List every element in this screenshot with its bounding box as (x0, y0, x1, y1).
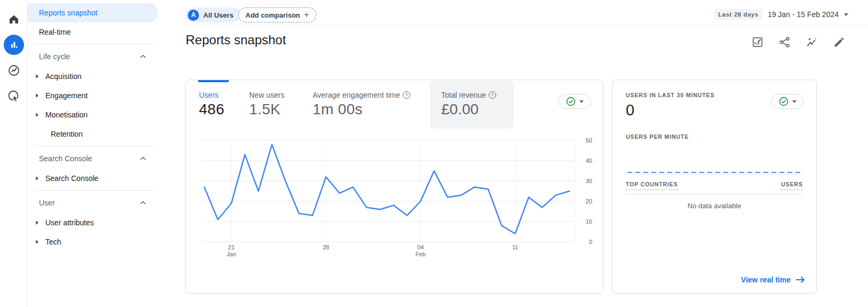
chevron-up-icon (140, 201, 146, 205)
svg-text:11: 11 (512, 244, 518, 250)
realtime-users-value: 0 (626, 101, 634, 119)
svg-text:30: 30 (586, 178, 592, 184)
date-range-value: 19 Jan - 15 Feb 2024 (768, 10, 839, 19)
metric-value: 486 (199, 101, 225, 118)
users-column-header[interactable]: USERS (781, 181, 803, 190)
all-users-chip[interactable]: A All Users (186, 7, 241, 22)
metric-value: 1m 00s (313, 101, 410, 118)
caret-right-icon (35, 74, 41, 79)
sidebar-section-label: Search Console (39, 154, 92, 163)
svg-text:40: 40 (586, 158, 592, 164)
view-real-time-link[interactable]: View real time (741, 275, 805, 284)
caret-down-icon (792, 100, 797, 103)
home-icon[interactable] (3, 9, 25, 30)
data-quality-dropdown[interactable] (558, 94, 591, 109)
help-icon[interactable]: ? (403, 91, 410, 99)
explore-icon[interactable] (3, 60, 25, 81)
sidebar-item-acquisition[interactable]: Acquisition (28, 67, 161, 86)
sidebar-section-label: Life cycle (39, 52, 70, 61)
metric-avg-engagement-time[interactable]: Average engagement time ? 1m 00s (313, 91, 410, 118)
page-title: Reports snapshot (186, 33, 286, 48)
sidebar-section-user[interactable]: User (28, 193, 161, 213)
customize-report-icon[interactable] (748, 33, 767, 51)
caret-down-icon (844, 13, 848, 16)
metric-value: 1.5K (249, 101, 284, 118)
all-users-label: All Users (203, 11, 233, 19)
caret-down-icon (579, 100, 584, 103)
sidebar-divider (34, 190, 154, 191)
metric-label: Total revenue (441, 91, 486, 99)
check-circle-icon (779, 97, 789, 106)
metric-total-revenue[interactable]: Total revenue ? £0.00 (430, 81, 514, 129)
nav-rail (0, 0, 28, 307)
caret-right-icon (35, 93, 41, 98)
svg-text:28: 28 (323, 244, 329, 250)
selected-metric-indicator (198, 80, 229, 82)
metric-label: Users (199, 91, 225, 99)
sidebar-item-real-time[interactable]: Real-time (28, 22, 161, 42)
no-data-message: No data available (612, 202, 816, 210)
svg-text:Jan: Jan (227, 251, 236, 257)
insights-icon[interactable] (803, 33, 821, 51)
header-actions (748, 33, 848, 51)
chevron-up-icon (140, 54, 146, 59)
sidebar-item-label: User attributes (45, 218, 94, 227)
table-header-rule (626, 194, 803, 194)
sidebar-item-reports-snapshot[interactable]: Reports snapshot (28, 3, 158, 22)
sidebar-item-search-console[interactable]: Search Console (28, 169, 161, 188)
sidebar-item-label: Engagement (45, 91, 87, 100)
share-icon[interactable] (776, 33, 794, 51)
sidebar-item-tech[interactable]: Tech (28, 232, 161, 251)
arrow-right-icon (795, 276, 805, 284)
caret-right-icon (35, 112, 41, 117)
realtime-card: USERS IN LAST 30 MINUTES 0 USERS PER MIN… (612, 80, 817, 294)
svg-text:21: 21 (228, 244, 235, 250)
svg-text:20: 20 (586, 198, 592, 204)
sidebar-item-monetisation[interactable]: Monetisation (28, 105, 161, 124)
avatar: A (188, 10, 199, 21)
sidebar-item-label: Retention (51, 130, 83, 138)
reports-sidebar: Reports snapshot Real-time Life cycle Ac… (28, 0, 161, 307)
svg-text:0: 0 (589, 239, 592, 245)
sidebar-item-engagement[interactable]: Engagement (28, 86, 161, 105)
realtime-title: USERS IN LAST 30 MINUTES (626, 92, 714, 98)
plus-icon: + (304, 10, 309, 20)
sidebar-section-life-cycle[interactable]: Life cycle (28, 46, 161, 67)
top-countries-header[interactable]: TOP COUNTRIES (626, 181, 678, 190)
svg-text:50: 50 (586, 137, 592, 144)
users-per-minute-label: USERS PER MINUTE (626, 133, 689, 140)
sidebar-item-label: Tech (45, 238, 61, 246)
caret-right-icon (35, 220, 41, 225)
view-real-time-label: View real time (741, 275, 791, 284)
sidebar-item-retention[interactable]: Retention (28, 124, 161, 144)
date-range-selector[interactable]: Last 28 days 19 Jan - 15 Feb 2024 (714, 9, 848, 20)
svg-text:04: 04 (417, 244, 424, 250)
sidebar-divider (34, 44, 154, 44)
overview-card: Users 486 New users 1.5K Average engagem… (185, 80, 603, 294)
reports-icon[interactable] (3, 34, 25, 56)
sidebar-item-label: Monetisation (45, 111, 87, 119)
users-line-chart: 0102030405021Jan2804Feb11 (186, 131, 604, 264)
metric-new-users[interactable]: New users 1.5K (249, 91, 284, 118)
sidebar-item-label: Real-time (39, 28, 71, 36)
sidebar-section-search-console[interactable]: Search Console (28, 148, 161, 169)
metric-label: New users (249, 91, 284, 99)
edit-icon[interactable] (830, 33, 848, 51)
sidebar-item-label: Reports snapshot (39, 9, 98, 17)
check-circle-icon (566, 97, 576, 106)
data-quality-dropdown[interactable] (771, 94, 804, 109)
sidebar-item-label: Search Console (45, 174, 99, 183)
chevron-up-icon (140, 156, 146, 161)
metric-users[interactable]: Users 486 (199, 91, 225, 118)
sidebar-item-user-attributes[interactable]: User attributes (28, 213, 161, 232)
advertising-icon[interactable] (3, 85, 25, 107)
svg-text:10: 10 (586, 218, 592, 225)
topbar-divider (185, 25, 868, 26)
users-chart-area: 0102030405021Jan2804Feb11 (186, 131, 604, 264)
add-comparison-button[interactable]: Add comparison + (238, 7, 316, 22)
sidebar-section-label: User (39, 199, 55, 207)
caret-right-icon (35, 176, 41, 181)
countries-table-header: TOP COUNTRIES USERS (626, 181, 803, 190)
sidebar-divider (34, 146, 154, 146)
help-icon[interactable]: ? (489, 91, 496, 99)
